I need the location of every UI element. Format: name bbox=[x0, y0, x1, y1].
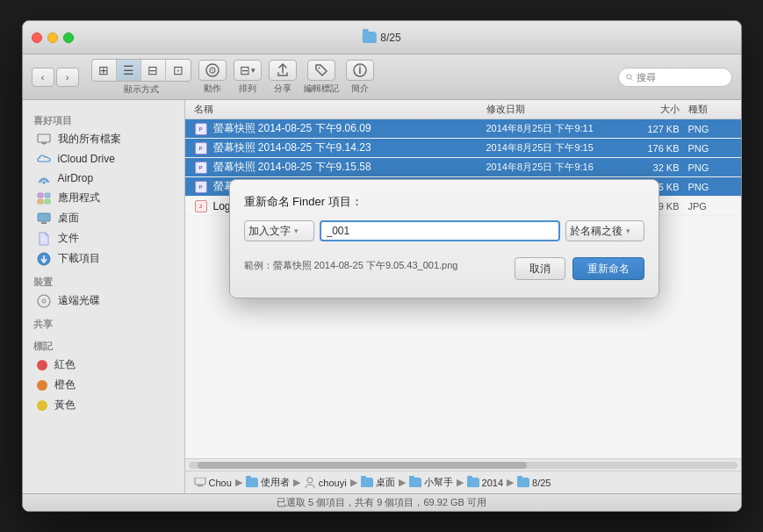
svg-rect-13 bbox=[38, 199, 43, 204]
svg-text:i: i bbox=[358, 64, 361, 76]
example-row: 範例：螢幕快照 2014-08-25 下午9.05.43_001.png 取消 … bbox=[244, 250, 644, 280]
sidebar-item-my-files[interactable]: 我的所有檔案 bbox=[26, 129, 181, 149]
minimize-button[interactable] bbox=[47, 32, 58, 43]
title-text: 8/25 bbox=[380, 32, 400, 44]
cancel-button[interactable]: 取消 bbox=[515, 257, 565, 280]
main-content: 喜好項目 我的所有檔案 iCloud Drive AirDrop bbox=[23, 100, 741, 493]
nav-buttons: ‹ › bbox=[32, 68, 79, 87]
after-select-arrow: ▾ bbox=[626, 226, 630, 235]
action-label: 動作 bbox=[204, 83, 221, 95]
svg-rect-14 bbox=[45, 199, 50, 204]
action-btn-group[interactable]: ⚙ 動作 bbox=[198, 60, 227, 95]
svg-rect-16 bbox=[41, 222, 47, 224]
devices-section-title: 裝置 bbox=[23, 272, 184, 291]
dialog-controls-row: 加入文字 ▾ 於名稱之後 ▾ bbox=[244, 220, 644, 241]
sort-label: 排列 bbox=[239, 83, 256, 95]
sidebar-item-optical[interactable]: 遠端光碟 bbox=[26, 291, 181, 311]
search-icon bbox=[626, 72, 633, 83]
tags-label: 編輯標記 bbox=[304, 83, 339, 95]
sidebar-item-red[interactable]: 紅色 bbox=[26, 355, 181, 375]
sort-btn-group[interactable]: ⊟▾ 排列 bbox=[234, 60, 262, 95]
svg-point-20 bbox=[42, 299, 46, 303]
sidebar-item-icloud[interactable]: iCloud Drive bbox=[26, 149, 181, 169]
maximize-button[interactable] bbox=[63, 32, 74, 43]
svg-line-6 bbox=[630, 78, 632, 80]
cloud-icon bbox=[37, 152, 51, 166]
sidebar-item-airdrop[interactable]: AirDrop bbox=[26, 169, 181, 188]
downloads-label: 下載項目 bbox=[58, 251, 100, 266]
tags-icon bbox=[307, 60, 335, 81]
view-buttons: ⊞ ☰ ⊟ ⊡ bbox=[91, 59, 191, 82]
svg-point-10 bbox=[42, 182, 45, 184]
my-files-label: 我的所有檔案 bbox=[58, 132, 121, 147]
icon-view-button[interactable]: ⊞ bbox=[92, 60, 117, 81]
traffic-lights bbox=[32, 32, 74, 43]
coverflow-view-button[interactable]: ⊡ bbox=[166, 60, 191, 81]
list-view-button[interactable]: ☰ bbox=[117, 60, 141, 81]
apps-label: 應用程式 bbox=[58, 191, 100, 205]
tags-btn-group[interactable]: 編輯標記 bbox=[304, 60, 339, 95]
info-label: 簡介 bbox=[351, 83, 369, 95]
shared-section-title: 共享 bbox=[23, 314, 184, 333]
red-dot bbox=[37, 360, 47, 370]
svg-point-19 bbox=[38, 295, 50, 307]
red-label: 紅色 bbox=[54, 357, 76, 372]
action-icon: ⚙ bbox=[198, 60, 227, 81]
sidebar: 喜好項目 我的所有檔案 iCloud Drive AirDrop bbox=[23, 100, 185, 493]
dialog-overlay: 重新命名 Finder 項目： 加入文字 ▾ 於名稱之後 ▾ 範例： bbox=[185, 100, 741, 493]
forward-button[interactable]: › bbox=[56, 68, 79, 87]
after-select[interactable]: 於名稱之後 ▾ bbox=[565, 220, 644, 241]
dialog-buttons: 取消 重新命名 bbox=[515, 257, 644, 280]
info-btn-group[interactable]: i 簡介 bbox=[346, 60, 374, 95]
status-text: 已選取 5 個項目，共有 9 個項目，69.92 GB 可用 bbox=[277, 496, 486, 509]
view-mode-group: ⊞ ☰ ⊟ ⊡ 顯示方式 bbox=[91, 59, 191, 96]
svg-rect-12 bbox=[45, 193, 50, 198]
column-view-button[interactable]: ⊟ bbox=[141, 60, 166, 81]
share-btn-group[interactable]: 分享 bbox=[269, 60, 297, 95]
file-area: 重新命名 Finder 項目： 加入文字 ▾ 於名稱之後 ▾ 範例： bbox=[185, 100, 741, 493]
favorites-section-title: 喜好項目 bbox=[23, 111, 184, 129]
rename-input[interactable] bbox=[320, 220, 560, 241]
sidebar-item-downloads[interactable]: 下載項目 bbox=[26, 248, 181, 269]
airdrop-label: AirDrop bbox=[58, 172, 94, 184]
status-bar: 已選取 5 個項目，共有 9 個項目，69.92 GB 可用 bbox=[23, 493, 741, 511]
svg-text:⚙: ⚙ bbox=[208, 65, 217, 75]
desktop-icon bbox=[37, 212, 51, 226]
desktop-label: 桌面 bbox=[58, 211, 79, 226]
after-select-label: 於名稱之後 bbox=[570, 224, 623, 239]
svg-rect-15 bbox=[38, 213, 50, 221]
sidebar-item-yellow[interactable]: 黃色 bbox=[26, 395, 181, 415]
sidebar-item-orange[interactable]: 橙色 bbox=[26, 375, 181, 395]
rename-button[interactable]: 重新命名 bbox=[572, 257, 644, 280]
orange-label: 橙色 bbox=[54, 377, 76, 392]
docs-icon bbox=[37, 232, 51, 246]
svg-point-2 bbox=[318, 67, 320, 68]
icloud-label: iCloud Drive bbox=[58, 153, 115, 165]
orange-dot bbox=[37, 380, 47, 391]
dialog-title: 重新命名 Finder 項目： bbox=[244, 194, 644, 210]
search-input[interactable] bbox=[637, 72, 724, 83]
sidebar-item-desktop[interactable]: 桌面 bbox=[26, 208, 181, 228]
back-button[interactable]: ‹ bbox=[32, 68, 54, 87]
airdrop-icon bbox=[37, 171, 51, 185]
example-text: 範例：螢幕快照 2014-08-25 下午9.05.43_001.png bbox=[244, 259, 458, 272]
folder-icon bbox=[362, 32, 376, 43]
close-button[interactable] bbox=[32, 32, 42, 43]
download-icon bbox=[37, 252, 51, 266]
tags-section-title: 標記 bbox=[23, 336, 184, 355]
prefix-select[interactable]: 加入文字 ▾ bbox=[244, 220, 314, 241]
yellow-label: 黃色 bbox=[54, 398, 76, 413]
toolbar: ‹ › ⊞ ☰ ⊟ ⊡ 顯示方式 ⚙ 動作 ⊟▾ bbox=[23, 54, 741, 100]
sort-icon: ⊟▾ bbox=[234, 60, 262, 81]
sidebar-item-apps[interactable]: 應用程式 bbox=[26, 188, 181, 208]
svg-point-5 bbox=[626, 74, 630, 78]
share-icon bbox=[269, 60, 297, 81]
documents-label: 文件 bbox=[58, 231, 79, 246]
disc-icon bbox=[37, 294, 51, 308]
optical-label: 遠端光碟 bbox=[58, 293, 100, 308]
search-box[interactable] bbox=[618, 68, 732, 87]
finder-window: 8/25 ‹ › ⊞ ☰ ⊟ ⊡ 顯示方式 ⚙ 動作 bbox=[22, 20, 742, 512]
prefix-select-arrow: ▾ bbox=[294, 226, 299, 235]
sidebar-item-documents[interactable]: 文件 bbox=[26, 228, 181, 248]
info-icon: i bbox=[346, 60, 374, 81]
